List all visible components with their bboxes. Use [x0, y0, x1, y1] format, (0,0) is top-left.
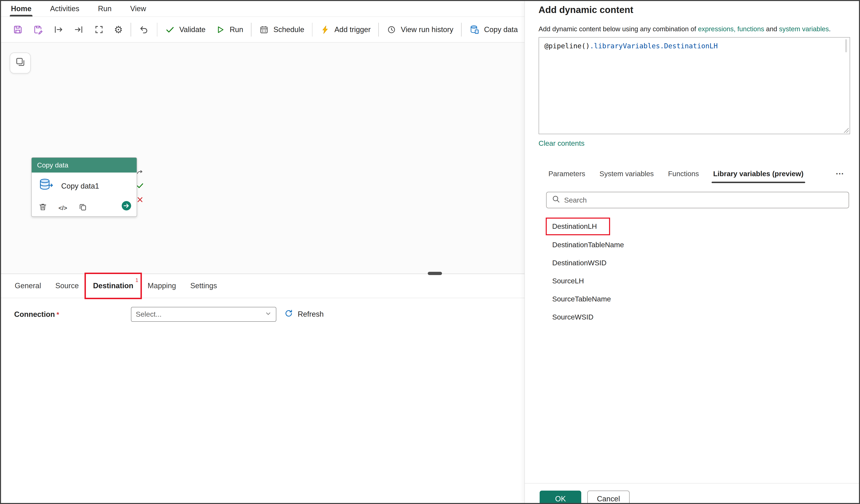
variable-item-destinationlh[interactable]: DestinationLH [546, 218, 610, 235]
on-skip-port[interactable] [136, 169, 144, 177]
run-button[interactable]: Run [211, 21, 248, 38]
variable-search [546, 192, 849, 208]
save-button[interactable] [8, 20, 28, 39]
activity-card-header: Copy data [32, 158, 137, 173]
search-input[interactable] [564, 196, 844, 204]
activity-type-label: Copy data [37, 161, 68, 169]
arrow-circle-icon [121, 203, 131, 213]
connection-select-placeholder: Select... [136, 310, 162, 318]
on-success-port[interactable] [136, 183, 144, 191]
skip-arrow-icon [136, 168, 144, 178]
dynamic-content-tabs: Parameters System variables Functions Li… [541, 164, 844, 183]
view-run-history-button[interactable]: View run history [382, 21, 458, 38]
on-fail-port[interactable] [136, 196, 144, 205]
validate-button[interactable]: Validate [160, 21, 211, 38]
search-icon [551, 195, 560, 205]
view-run-history-label: View run history [401, 25, 453, 34]
tab-mapping[interactable]: Mapping [141, 274, 183, 298]
view-code-button[interactable]: </> [58, 205, 67, 212]
activity-output-ports [136, 169, 144, 205]
fail-x-icon [137, 195, 144, 205]
duplicate-activity-button[interactable] [78, 202, 87, 214]
toolbar-separator [131, 23, 131, 37]
add-next-activity-button[interactable] [121, 201, 131, 213]
bar-arrow-right-icon [53, 24, 63, 35]
fit-to-screen-button[interactable] [89, 20, 109, 39]
ok-button[interactable]: OK [540, 491, 581, 504]
sticky-note-icon [15, 56, 26, 69]
tab-destination-label: Destination [93, 282, 133, 290]
variable-item-sourcelh[interactable]: SourceLH [546, 272, 845, 290]
tab-settings[interactable]: Settings [183, 274, 224, 298]
tab-source[interactable]: Source [48, 274, 86, 298]
delete-activity-button[interactable] [38, 202, 47, 214]
toolbar-separator [157, 23, 158, 37]
clock-icon [387, 25, 397, 35]
toolbar-separator [312, 23, 313, 37]
system-variables-link[interactable]: system variables [779, 25, 829, 33]
success-check-icon [136, 182, 144, 192]
tab-general[interactable]: General [8, 274, 48, 298]
tab-parameters[interactable]: Parameters [541, 164, 592, 183]
description-text: Add dynamic content below using any comb… [539, 25, 698, 33]
canvas-notes-button[interactable] [10, 53, 31, 73]
description-text: . [829, 25, 831, 33]
editor-scrollbar[interactable] [845, 39, 847, 52]
footer-divider [525, 483, 859, 484]
import-pipeline-button[interactable] [68, 20, 89, 39]
export-pipeline-button[interactable] [48, 20, 68, 39]
toolbar-separator [251, 23, 252, 37]
tab-destination[interactable]: Destination 1 [86, 274, 141, 298]
variable-item-sourcewsid[interactable]: SourceWSID [546, 308, 845, 326]
variable-item-sourcetablename[interactable]: SourceTableName [546, 290, 845, 308]
cancel-button[interactable]: Cancel [587, 491, 630, 504]
save-icon [13, 24, 23, 35]
menu-tab-view[interactable]: View [130, 1, 146, 16]
activity-card-footer: </> [32, 200, 137, 216]
trash-icon [38, 202, 47, 214]
refresh-icon [284, 309, 293, 320]
run-label: Run [230, 25, 243, 34]
settings-button[interactable]: ⚙ [109, 21, 128, 38]
connection-select[interactable]: Select... [131, 307, 276, 322]
menu-tab-activities[interactable]: Activities [50, 1, 80, 16]
pipeline-editor-window: Home Activities Run View [0, 0, 860, 504]
expression-editor[interactable]: @pipeline().libraryVariables.Destination… [539, 37, 850, 134]
add-trigger-label: Add trigger [334, 25, 371, 34]
add-trigger-button[interactable]: Add trigger [315, 21, 376, 38]
undo-button[interactable] [134, 20, 154, 39]
connection-label-text: Connection [14, 310, 55, 318]
activity-name: Copy data1 [61, 182, 99, 190]
validate-label: Validate [179, 25, 205, 34]
menu-tab-run[interactable]: Run [98, 1, 112, 16]
menu-tab-home[interactable]: Home [11, 1, 31, 16]
save-as-button[interactable] [28, 20, 48, 39]
copy-data-activity-icon [38, 177, 55, 195]
tab-library-variables[interactable]: Library variables (preview) [706, 164, 811, 183]
panel-description: Add dynamic content below using any comb… [539, 25, 831, 33]
code-icon: </> [58, 205, 67, 212]
tab-system-variables[interactable]: System variables [592, 164, 661, 183]
connection-label: Connection* [14, 310, 59, 319]
description-text: and [764, 25, 779, 33]
expression-suffix: .libraryVariables.DestinationLH [590, 42, 718, 50]
copy-data-toolbar-button[interactable]: Copy data [464, 20, 523, 39]
library-variable-list: DestinationLH DestinationTableName Desti… [546, 218, 845, 326]
validation-error-badge: 1 [135, 277, 138, 283]
fit-to-screen-icon [94, 24, 104, 35]
expressions-functions-link[interactable]: expressions, functions [698, 25, 764, 33]
variable-item-destinationwsid[interactable]: DestinationWSID [546, 254, 845, 272]
refresh-button[interactable]: Refresh [284, 307, 324, 322]
schedule-button[interactable]: Schedule [254, 21, 309, 38]
lightning-icon [320, 25, 330, 35]
panel-resize-handle[interactable] [428, 272, 442, 275]
clear-contents-link[interactable]: Clear contents [539, 139, 585, 147]
copy-data-activity-card[interactable]: Copy data Copy data1 [31, 157, 137, 217]
more-tabs-button[interactable]: ··· [836, 170, 844, 178]
tab-functions[interactable]: Functions [661, 164, 706, 183]
editor-resize-handle[interactable] [844, 128, 848, 133]
panel-title: Add dynamic content [539, 4, 633, 15]
arrow-bar-right-icon [73, 24, 84, 35]
copy-icon [78, 202, 87, 214]
variable-item-destinationtablename[interactable]: DestinationTableName [546, 236, 845, 254]
